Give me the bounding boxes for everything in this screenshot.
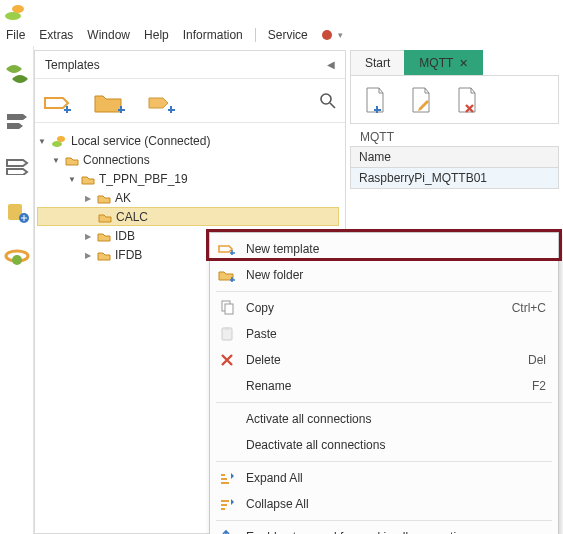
strip-icon-5[interactable] [2,244,32,272]
svg-line-7 [330,103,335,108]
svg-point-1 [12,5,24,13]
tree-item-ak[interactable]: AK [37,188,339,207]
grid-col-name[interactable]: Name [351,147,558,168]
expand-icon [218,469,236,487]
svg-rect-11 [225,304,233,314]
ctx-label: Collapse All [246,497,546,511]
new-template-icon [218,240,236,258]
mqtt-grid: Name RaspberryPi_MQTTB01 [350,146,559,189]
ctx-label: Paste [246,327,546,341]
ctx-label: Activate all connections [246,412,546,426]
ctx-deactivate-all: Deactivate all connections [212,432,556,458]
menu-service[interactable]: Service [268,28,308,42]
ctx-separator [216,402,552,403]
tree-item-label: AK [115,191,131,205]
left-tool-strip [0,46,34,534]
ctx-new-template[interactable]: New template [212,236,556,262]
status-dot [322,30,332,40]
ctx-separator [216,520,552,521]
ctx-label: Copy [246,301,502,315]
ctx-shortcut: Del [528,353,546,367]
panel-collapse-icon[interactable]: ◀ [327,59,335,70]
new-folder-icon [218,266,236,284]
tab-mqtt[interactable]: MQTT✕ [404,50,483,75]
ctx-separator [216,461,552,462]
ctx-delete[interactable]: Delete Del [212,347,556,373]
ctx-expand-all[interactable]: Expand All [212,465,556,491]
ctx-copy[interactable]: Copy Ctrl+C [212,295,556,321]
ctx-activate-all: Activate all connections [212,406,556,432]
ctx-label: Deactivate all connections [246,438,546,452]
new-template-icon[interactable] [43,88,73,114]
ctx-enable-sf[interactable]: Enable store and forward in all connecti… [212,524,556,534]
copy-icon [218,299,236,317]
templates-panel-header: Templates ◀ [35,51,345,79]
menu-help[interactable]: Help [144,28,169,42]
menu-information[interactable]: Information [183,28,243,42]
ctx-new-folder[interactable]: New folder [212,262,556,288]
menu-file[interactable]: File [6,28,25,42]
tree-item-label: IFDB [115,248,142,262]
tree-connections-label: Connections [83,153,150,167]
ctx-separator [216,291,552,292]
tab-start-label: Start [365,56,390,70]
blank-icon [218,410,236,428]
svg-point-9 [57,136,65,142]
tree-connections[interactable]: Connections [37,150,339,169]
menu-separator [255,28,256,42]
mqtt-section-label: MQTT [350,124,559,146]
collapse-icon [218,495,236,513]
menu-window[interactable]: Window [87,28,130,42]
search-icon[interactable] [319,92,337,110]
document-tabs: Start MQTT✕ [350,50,559,76]
tree-item-calc[interactable]: CALC [37,207,339,226]
strip-icon-4[interactable] [2,198,32,226]
menubar: File Extras Window Help Information Serv… [0,24,563,46]
ctx-shortcut: F2 [532,379,546,393]
rename-icon [218,377,236,395]
menu-extras[interactable]: Extras [39,28,73,42]
doc-add-icon[interactable] [363,86,387,114]
tree-group-label: T_PPN_PBF_19 [99,172,188,186]
doc-edit-icon[interactable] [409,86,433,114]
ctx-paste: Paste [212,321,556,347]
delete-icon [218,351,236,369]
document-toolbar [350,76,559,124]
context-menu: New template New folder Copy Ctrl+C Past… [209,232,559,534]
tree-item-label: CALC [116,210,148,224]
ctx-label: Expand All [246,471,546,485]
strip-icon-2[interactable] [2,106,32,134]
ctx-collapse-all[interactable]: Collapse All [212,491,556,517]
ctx-rename[interactable]: Rename F2 [212,373,556,399]
ctx-shortcut: Ctrl+C [512,301,546,315]
tree-root[interactable]: Local service (Connected) [37,131,339,150]
ctx-label: Rename [246,379,522,393]
strip-icon-3[interactable] [2,152,32,180]
doc-delete-icon[interactable] [455,86,479,114]
blank-icon [218,436,236,454]
templates-title: Templates [45,58,100,72]
status-dropdown-icon[interactable]: ▾ [338,30,343,40]
app-logo [4,2,26,22]
tree-item-label: IDB [115,229,135,243]
ctx-label: New folder [246,268,546,282]
tree-root-label: Local service (Connected) [71,134,210,148]
tree-group[interactable]: T_PPN_PBF_19 [37,169,339,188]
strip-icon-1[interactable] [2,60,32,88]
new-arrow-icon[interactable] [147,88,177,114]
paste-icon [218,325,236,343]
ctx-label: Enable store and forward in all connecti… [246,530,546,534]
ctx-label: Delete [246,353,518,367]
svg-point-0 [5,12,21,20]
grid-row[interactable]: RaspberryPi_MQTTB01 [351,168,558,188]
ctx-label: New template [246,242,546,256]
svg-rect-13 [225,327,229,330]
enable-sf-icon [218,528,236,534]
grid-cell: RaspberryPi_MQTTB01 [359,171,487,185]
close-icon[interactable]: ✕ [459,57,468,70]
new-folder-icon[interactable] [93,88,127,114]
svg-point-5 [12,255,22,265]
tab-mqtt-label: MQTT [419,56,453,70]
tab-start[interactable]: Start [350,50,405,75]
templates-toolbar [35,79,345,123]
